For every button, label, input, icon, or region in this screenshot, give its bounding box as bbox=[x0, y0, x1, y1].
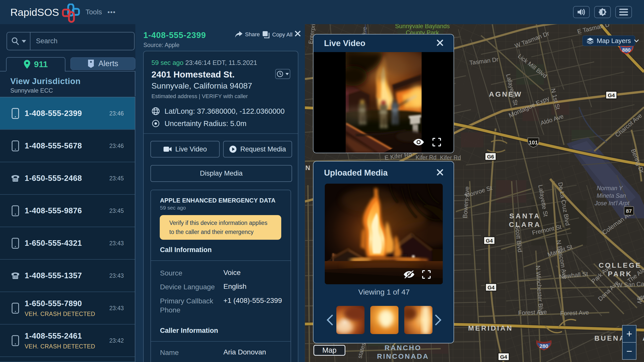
svg-text:SANTA: SANTA bbox=[509, 212, 541, 220]
svg-text:CLARA: CLARA bbox=[509, 221, 541, 228]
svg-text:RINCONADA: RINCONADA bbox=[377, 352, 429, 360]
svg-text:G4: G4 bbox=[608, 92, 615, 98]
svg-text:BUENA: BUENA bbox=[594, 334, 626, 342]
svg-text:G6: G6 bbox=[487, 154, 494, 159]
svg-text:G4: G4 bbox=[486, 238, 493, 244]
svg-text:G4: G4 bbox=[488, 285, 495, 290]
svg-text:G4: G4 bbox=[500, 354, 507, 360]
svg-text:PARK: PARK bbox=[608, 270, 632, 278]
svg-text:87: 87 bbox=[626, 208, 632, 214]
svg-text:A: A bbox=[642, 334, 644, 342]
svg-text:Kifer Rd: Kifer Rd bbox=[416, 154, 436, 161]
svg-text:a Av: a Av bbox=[637, 294, 644, 301]
svg-text:COLLEGE: COLLEGE bbox=[599, 261, 641, 269]
svg-text:Jose Int'l Arpt: Jose Int'l Arpt bbox=[594, 200, 630, 207]
svg-text:Kifer Rd: Kifer Rd bbox=[440, 154, 461, 161]
svg-text:280: 280 bbox=[539, 343, 548, 349]
svg-text:Sunnyvale Baylands: Sunnyvale Baylands bbox=[395, 24, 450, 29]
svg-text:Forest Ave: Forest Ave bbox=[518, 308, 547, 316]
svg-text:Forest Ave: Forest Ave bbox=[560, 309, 589, 317]
svg-text:MERIDIAN: MERIDIAN bbox=[468, 324, 513, 332]
svg-text:RapidSOS: RapidSOS bbox=[10, 7, 59, 18]
svg-text:AGNEW: AGNEW bbox=[489, 90, 522, 98]
svg-text:Norman Y: Norman Y bbox=[597, 185, 623, 191]
svg-text:RANCHO: RANCHO bbox=[385, 344, 422, 352]
svg-text:Mineta San: Mineta San bbox=[597, 192, 626, 199]
svg-text:101: 101 bbox=[529, 139, 538, 146]
svg-text:880: 880 bbox=[622, 47, 630, 53]
